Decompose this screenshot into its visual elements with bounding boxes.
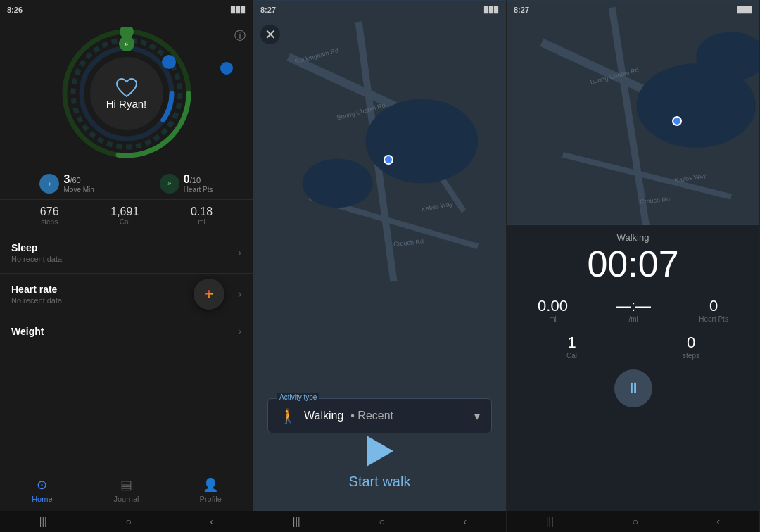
time-p3: 8:27 xyxy=(514,6,529,14)
heart-pts-value: 0/10 xyxy=(184,173,213,186)
workout-metrics-row1: 0.00 mi —:— /mi 0 Heart Pts xyxy=(507,291,759,329)
svg-point-7 xyxy=(162,55,176,69)
workout-pace: —:— /mi xyxy=(616,297,651,323)
heart-pts-val: 0 xyxy=(709,297,718,315)
distance-value: 0.18 xyxy=(191,205,213,218)
steps-label: steps xyxy=(41,218,58,226)
walk-icon: 🚶 xyxy=(279,407,297,424)
cal-unit: Cal xyxy=(566,352,577,360)
start-walk-label[interactable]: Start walk xyxy=(349,474,411,490)
workout-timer: 00:07 xyxy=(507,246,759,282)
activity-ring: ⓘ Hi Ryan! » xyxy=(0,23,253,164)
workout-type-label: Walking xyxy=(507,232,759,243)
profile-label: Profile xyxy=(200,495,222,503)
workout-heart-pts: 0 Heart Pts xyxy=(699,297,728,323)
home-icon: ⊙ xyxy=(37,477,47,493)
workout-map: Boring Chapel Rd Katies Way Crouch Rd xyxy=(507,0,759,225)
steps-unit: steps xyxy=(683,352,699,360)
home-btn-p3[interactable]: ○ xyxy=(632,516,638,527)
heart-rate-section[interactable]: Heart rate No recent data › + xyxy=(0,274,253,315)
android-nav-p1: ||| ○ ‹ xyxy=(0,511,253,532)
greeting-text: Hi Ryan! xyxy=(106,98,147,110)
stats-row: › 3/60 Move Min » 0/10 Heart Pts xyxy=(0,167,253,199)
status-bar-p1: 8:26 ▉▉▉ xyxy=(0,0,253,20)
android-nav-p3: ||| ○ ‹ xyxy=(507,511,759,532)
back-btn-p3[interactable]: ‹ xyxy=(716,516,720,527)
steps-val: 0 xyxy=(687,334,695,352)
pace-unit: /mi xyxy=(628,315,638,323)
profile-icon: 👤 xyxy=(203,477,218,493)
active-workout-panel: 8:27 ▉▉▉ Boring Chapel Rd Katies Way Cro… xyxy=(507,0,760,532)
fitness-home-panel: 8:26 ▉▉▉ ⓘ xyxy=(0,0,253,532)
sleep-chevron-icon: › xyxy=(238,246,241,259)
status-icons-p1: ▉▉▉ xyxy=(231,6,246,13)
add-activity-fab[interactable]: + xyxy=(194,279,224,310)
heart-rate-sub: No recent data xyxy=(11,296,62,305)
bottom-nav: ⊙ Home ▤ Journal 👤 Profile xyxy=(0,469,253,511)
nav-home[interactable]: ⊙ Home xyxy=(0,469,84,511)
sleep-sub: No recent data xyxy=(11,255,62,263)
back-btn-p2[interactable]: ‹ xyxy=(463,516,467,527)
nav-profile[interactable]: 👤 Profile xyxy=(168,469,253,511)
svg-point-13 xyxy=(366,99,479,184)
cal-label: Cal xyxy=(120,218,130,226)
status-icons-p3: ▉▉▉ xyxy=(737,6,752,13)
weight-section[interactable]: Weight › xyxy=(0,315,253,348)
workout-data-panel: Walking 00:07 0.00 mi —:— /mi 0 Heart Pt… xyxy=(507,225,759,511)
location-dot xyxy=(384,155,393,165)
back-btn[interactable]: ‹ xyxy=(210,516,213,527)
sleep-title: Sleep xyxy=(11,242,62,253)
ring-chevron: » xyxy=(119,36,134,51)
activity-type-label: Activity type xyxy=(277,393,319,401)
info-button[interactable]: ⓘ xyxy=(234,29,246,44)
recent-apps-btn-p3[interactable]: ||| xyxy=(546,516,554,527)
nav-journal[interactable]: ▤ Journal xyxy=(84,469,169,511)
cal-stat: 1,691 Cal xyxy=(110,205,139,226)
play-button-icon xyxy=(367,436,393,467)
svg-point-14 xyxy=(303,158,373,208)
distance-unit: mi xyxy=(549,315,557,323)
move-min-label: Move Min xyxy=(63,186,94,194)
weight-chevron-icon: › xyxy=(238,325,241,338)
distance-val: 0.00 xyxy=(538,297,568,315)
home-btn-p2[interactable]: ○ xyxy=(379,516,384,527)
heart-rate-title: Heart rate xyxy=(11,284,62,295)
activity-map-panel: 8:27 ▉▉▉ Boring Chapel Rd Katies Way Roc… xyxy=(253,0,507,532)
heart-pts-label: Heart Pts xyxy=(184,186,213,194)
pause-icon: ⏸ xyxy=(626,379,641,398)
activity-name: Walking xyxy=(304,410,343,422)
close-map-button[interactable]: ✕ xyxy=(260,25,280,44)
plus-icon: + xyxy=(205,285,214,303)
activity-type-selector[interactable]: Activity type 🚶 Walking • Recent ▾ xyxy=(267,398,492,433)
recent-apps-btn-p2[interactable]: ||| xyxy=(293,516,300,527)
pace-val: —:— xyxy=(616,297,651,315)
time-p1: 8:26 xyxy=(7,6,23,14)
activity-dropdown-icon[interactable]: ▾ xyxy=(474,410,480,423)
move-min-value: 3/60 xyxy=(63,173,94,186)
workout-distance: 0.00 mi xyxy=(538,297,568,323)
start-walk-section[interactable]: Start walk xyxy=(253,436,506,490)
home-btn[interactable]: ○ xyxy=(125,516,131,527)
status-bar-p2: 8:27 ▉▉▉ xyxy=(253,0,506,20)
steps-value: 676 xyxy=(40,205,59,218)
cal-val: 1 xyxy=(567,334,576,352)
mini-stats-row: 676 steps 1,691 Cal 0.18 mi xyxy=(0,199,253,232)
distance-label: mi xyxy=(198,218,205,226)
workout-metrics-row2: 1 Cal 0 steps xyxy=(507,329,759,364)
heart-rate-chevron-icon: › xyxy=(238,288,241,300)
heart-pts-stat: » 0/10 Heart Pts xyxy=(160,173,213,194)
move-min-badge: › xyxy=(39,174,59,194)
sleep-section[interactable]: Sleep No recent data › xyxy=(0,232,253,274)
recent-apps-btn[interactable]: ||| xyxy=(39,516,47,527)
workout-cal: 1 Cal xyxy=(566,334,577,360)
pause-button[interactable]: ⏸ xyxy=(614,369,652,407)
journal-label: Journal xyxy=(113,495,139,503)
heart-pts-unit: Heart Pts xyxy=(699,315,728,323)
move-min-stat: › 3/60 Move Min xyxy=(39,173,94,194)
cal-value: 1,691 xyxy=(110,205,139,218)
time-p2: 8:27 xyxy=(260,6,276,14)
ring-dot xyxy=(220,62,233,75)
status-bar-p3: 8:27 ▉▉▉ xyxy=(507,0,759,20)
home-label: Home xyxy=(32,495,52,503)
status-icons-p2: ▉▉▉ xyxy=(484,6,499,13)
